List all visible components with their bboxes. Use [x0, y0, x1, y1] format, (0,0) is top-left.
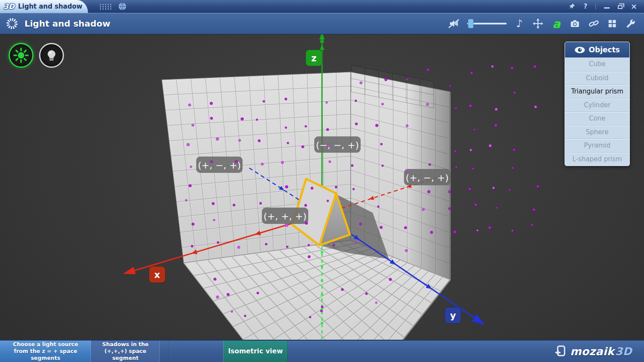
- objects-panel-header: Objects: [565, 42, 629, 57]
- svg-text:x: x: [154, 270, 160, 280]
- scene-viewport: (+, −, +)(−, −, +)(+, −, +)(+, +, +)xyz: [0, 34, 644, 340]
- page-title: Light and shadow: [24, 18, 110, 29]
- objects-panel: Objects CubeCuboidTriangular prismCylind…: [565, 42, 630, 166]
- sun-icon: [13, 47, 29, 63]
- window-titlebar: 3D Light and shadow ?×: [0, 0, 644, 13]
- bottom-bar-divider: [169, 341, 170, 362]
- object-item-cylinder[interactable]: Cylinder: [565, 98, 629, 112]
- app-header: Light and shadow ♪a: [0, 13, 644, 34]
- tab-title: Light and shadow: [18, 3, 82, 10]
- object-item-triangular-prism[interactable]: Triangular prism: [565, 84, 629, 98]
- divider: [595, 3, 596, 10]
- octant-label: (+, −, +): [196, 157, 243, 173]
- svg-text:z: z: [311, 53, 316, 63]
- axis-label-y: y: [445, 307, 461, 323]
- annotation-icon[interactable]: a: [551, 18, 562, 30]
- scene-3d[interactable]: (+, −, +)(−, −, +)(+, −, +)(+, +, +)xyz: [0, 34, 644, 340]
- sun-light-button[interactable]: [9, 43, 33, 68]
- object-item-sphere[interactable]: Sphere: [565, 125, 629, 139]
- object-item-cube[interactable]: Cube: [565, 57, 629, 71]
- svg-text:(+, −, +): (+, −, +): [406, 172, 449, 183]
- octant-label: (−, −, +): [314, 136, 361, 153]
- octant-label: (+, +, +): [262, 208, 308, 224]
- axis-label-x: x: [149, 266, 165, 283]
- volume-slider[interactable]: [467, 18, 507, 30]
- axis-label-z: z: [306, 50, 322, 66]
- tiles-icon[interactable]: [607, 18, 617, 30]
- eye-icon: [574, 46, 585, 54]
- camera-icon[interactable]: [569, 18, 580, 30]
- link-icon[interactable]: [588, 18, 599, 30]
- mute-icon[interactable]: [448, 18, 459, 30]
- octant-label: (+, −, +): [404, 169, 450, 185]
- mozaik-brand[interactable]: mozaik3D: [555, 341, 632, 362]
- dots-grid-icon[interactable]: [99, 3, 112, 10]
- brand-name: mozaik3D: [570, 345, 632, 358]
- volume-slider-track[interactable]: [467, 19, 507, 28]
- app-window: 3D Light and shadow ?× Light and shadow …: [0, 0, 644, 362]
- globe-glyph: [118, 2, 127, 11]
- noise-overlay: [0, 34, 644, 340]
- restore-button[interactable]: [618, 4, 623, 9]
- bulb-icon: [44, 47, 59, 63]
- svg-text:(−, −, +): (−, −, +): [316, 140, 359, 151]
- app-logo-3d: 3D: [3, 2, 15, 11]
- pin-icon[interactable]: [568, 3, 575, 10]
- choose-light-source-button[interactable]: Choose a light sourcefrom the z = + spac…: [0, 341, 91, 362]
- shadows-segment-button[interactable]: Shadows in the(+,+,+) space segment: [91, 341, 160, 362]
- objects-list: CubeCuboidTriangular prismCylinderConeSp…: [565, 57, 629, 166]
- svg-text:y: y: [450, 311, 456, 321]
- close-button[interactable]: ×: [631, 3, 637, 10]
- objects-panel-title: Objects: [589, 45, 620, 54]
- wrench-icon[interactable]: [625, 18, 635, 30]
- volume-slider-handle[interactable]: [468, 19, 474, 28]
- mozaik-app-icon: [555, 345, 566, 358]
- globe-icon[interactable]: [118, 2, 127, 11]
- minimize-button[interactable]: [604, 5, 610, 9]
- help-button[interactable]: ?: [583, 3, 587, 10]
- music-note-icon[interactable]: ♪: [514, 18, 525, 30]
- window-controls: ?×: [568, 3, 644, 10]
- spinner-icon: [6, 17, 18, 30]
- header-toolbar: ♪a: [448, 18, 644, 30]
- bulb-light-button[interactable]: [39, 43, 64, 68]
- object-item-l-shaped-prism[interactable]: L-shaped prism: [565, 152, 629, 166]
- app-tab[interactable]: 3D Light and shadow: [0, 0, 88, 13]
- object-item-pyramid[interactable]: Pyramid: [565, 139, 629, 152]
- isometric-view-button[interactable]: Isometric view: [223, 341, 288, 362]
- move-icon[interactable]: [532, 18, 544, 30]
- svg-text:(+, +, +): (+, +, +): [264, 211, 307, 222]
- object-item-cuboid[interactable]: Cuboid: [565, 71, 629, 85]
- object-item-cone[interactable]: Cone: [565, 112, 629, 125]
- svg-text:(+, −, +): (+, −, +): [198, 160, 241, 171]
- bottom-bar: Isometric viewShadows in the(+,+,+) spac…: [0, 340, 644, 362]
